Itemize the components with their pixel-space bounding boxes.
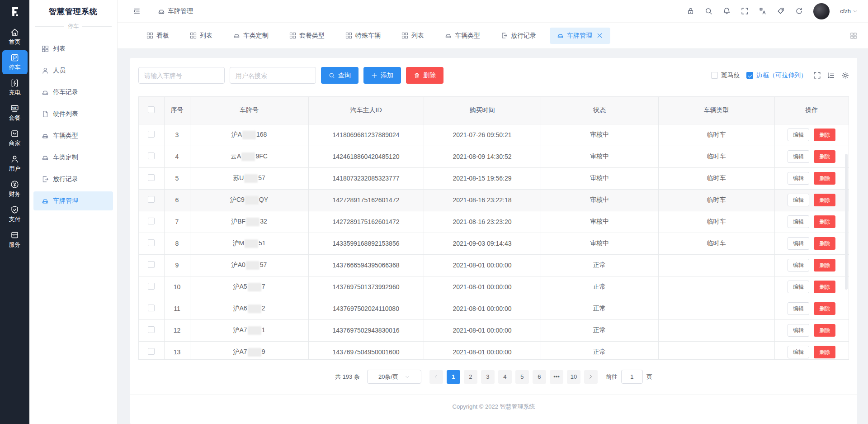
add-button[interactable]: 添加 <box>363 67 401 84</box>
sidebar-item-3[interactable]: 硬件列表 <box>33 105 113 124</box>
table-fullscreen-icon[interactable] <box>813 71 821 79</box>
row-checkbox[interactable] <box>148 152 155 159</box>
prev-page-button[interactable] <box>429 370 443 384</box>
next-page-button[interactable] <box>584 370 598 384</box>
sidebar-item-6[interactable]: 放行记录 <box>33 170 113 189</box>
table-row: 4云A9FC14246188604204851202021-08-09 14:3… <box>139 146 849 167</box>
username-search-input[interactable] <box>230 67 316 84</box>
row-delete-button[interactable]: 删除 <box>814 172 835 185</box>
row-delete-button[interactable]: 删除 <box>814 150 835 163</box>
row-checkbox[interactable] <box>148 218 155 224</box>
row-checkbox[interactable] <box>148 261 155 268</box>
theme-tag-icon[interactable] <box>777 7 785 15</box>
page-button-6[interactable]: 6 <box>533 370 546 384</box>
tab-8[interactable]: 车牌管理 <box>550 28 610 44</box>
rail-item-vip[interactable]: VIP套餐 <box>2 101 28 125</box>
row-checkbox[interactable] <box>148 326 155 333</box>
edit-button[interactable]: 编辑 <box>788 150 809 163</box>
tab-0[interactable]: 看板 <box>139 28 176 44</box>
rail-item-pay[interactable]: 支付 <box>2 202 28 226</box>
notification-bell-icon[interactable] <box>723 7 731 15</box>
edit-button[interactable]: 编辑 <box>788 215 809 228</box>
table-scrollbar-thumb[interactable] <box>845 154 848 290</box>
tab-4[interactable]: 特殊车辆 <box>338 28 388 44</box>
row-delete-button[interactable]: 删除 <box>814 237 835 250</box>
row-checkbox[interactable] <box>148 174 155 181</box>
row-delete-button[interactable]: 删除 <box>814 259 835 272</box>
row-delete-button[interactable]: 删除 <box>814 281 835 293</box>
row-checkbox[interactable] <box>148 283 155 290</box>
app-logo[interactable] <box>0 0 29 24</box>
rail-item-parking[interactable]: 停车 <box>2 50 28 74</box>
edit-button[interactable]: 编辑 <box>788 259 809 272</box>
tab-2[interactable]: 车类定制 <box>226 28 276 44</box>
row-checkbox[interactable] <box>148 131 155 138</box>
rail-item-store[interactable]: 商家 <box>2 126 28 150</box>
edit-button[interactable]: 编辑 <box>788 302 809 315</box>
edit-button[interactable]: 编辑 <box>788 237 809 250</box>
page-button-4[interactable]: 4 <box>498 370 512 384</box>
edit-button[interactable]: 编辑 <box>788 281 809 293</box>
query-button[interactable]: 查询 <box>321 67 359 84</box>
tab-grid-icon[interactable] <box>850 32 857 39</box>
checkbox-icon[interactable] <box>711 72 718 79</box>
edit-button[interactable]: 编辑 <box>788 194 809 206</box>
language-icon[interactable] <box>759 7 767 15</box>
refresh-icon[interactable] <box>795 7 803 15</box>
page-button-3[interactable]: 3 <box>481 370 495 384</box>
row-type <box>658 276 774 298</box>
tab-3[interactable]: 套餐类型 <box>282 28 332 44</box>
border-resizable-checkbox[interactable]: 边框（可拉伸列） <box>746 71 807 80</box>
page-button-1[interactable]: 1 <box>447 370 460 384</box>
table-settings-gear-icon[interactable] <box>841 71 849 79</box>
search-icon[interactable] <box>705 7 712 15</box>
zebra-stripe-checkbox[interactable]: 斑马纹 <box>711 71 740 80</box>
sidebar-item-1[interactable]: 人员 <box>33 61 113 80</box>
row-delete-button[interactable]: 删除 <box>814 215 835 228</box>
column-sort-icon[interactable] <box>827 71 835 79</box>
user-menu[interactable]: cfzh <box>840 8 858 14</box>
row-delete-button[interactable]: 删除 <box>814 302 835 315</box>
sidebar-item-5[interactable]: 车类定制 <box>33 148 113 167</box>
lock-icon[interactable] <box>687 7 694 15</box>
tab-6[interactable]: 车辆类型 <box>438 28 487 44</box>
goto-page-input[interactable] <box>621 370 643 384</box>
rail-item-person[interactable]: 用户 <box>2 152 28 176</box>
rail-item-charge[interactable]: 充电 <box>2 76 28 100</box>
row-checkbox[interactable] <box>148 196 155 203</box>
sidebar-item-7[interactable]: 车牌管理 <box>33 191 113 210</box>
more-pages-button[interactable]: ••• <box>550 370 563 384</box>
edit-button[interactable]: 编辑 <box>788 324 809 337</box>
row-delete-button[interactable]: 删除 <box>814 324 835 337</box>
page-button-2[interactable]: 2 <box>464 370 477 384</box>
user-avatar[interactable] <box>813 3 830 19</box>
tab-5[interactable]: 列表 <box>394 28 431 44</box>
sidebar-item-0[interactable]: 列表 <box>33 39 113 58</box>
row-checkbox[interactable] <box>148 305 155 311</box>
edit-button[interactable]: 编辑 <box>788 346 809 358</box>
page-size-select[interactable]: 20条/页 <box>367 370 421 384</box>
sidebar-item-2[interactable]: 停车记录 <box>33 83 113 102</box>
row-checkbox[interactable] <box>148 348 155 355</box>
row-delete-button[interactable]: 删除 <box>814 194 835 206</box>
checkbox-icon[interactable] <box>746 72 753 79</box>
row-delete-button[interactable]: 删除 <box>814 129 835 141</box>
edit-button[interactable]: 编辑 <box>788 172 809 185</box>
tab-close-icon[interactable] <box>596 32 603 39</box>
row-delete-button[interactable]: 删除 <box>814 346 835 358</box>
edit-button[interactable]: 编辑 <box>788 129 809 141</box>
select-all-checkbox[interactable] <box>148 106 155 113</box>
rail-item-service[interactable]: 服务 <box>2 228 28 252</box>
rail-item-home[interactable]: 首页 <box>2 25 28 49</box>
sidebar-collapse-icon[interactable] <box>133 7 141 15</box>
page-button-5[interactable]: 5 <box>515 370 529 384</box>
fullscreen-icon[interactable] <box>741 7 749 15</box>
page-button-10[interactable]: 10 <box>567 370 580 384</box>
row-checkbox[interactable] <box>148 239 155 246</box>
tab-1[interactable]: 列表 <box>183 28 220 44</box>
rail-item-finance[interactable]: 财务 <box>2 177 28 201</box>
plate-search-input[interactable] <box>138 67 225 84</box>
delete-button[interactable]: 删除 <box>406 67 443 84</box>
tab-7[interactable]: 放行记录 <box>494 28 543 44</box>
sidebar-item-4[interactable]: 车辆类型 <box>33 126 113 145</box>
